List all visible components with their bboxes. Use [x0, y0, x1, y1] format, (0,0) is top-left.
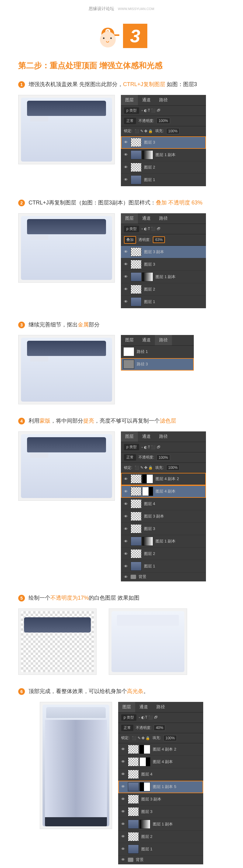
- step-1: 1 增强洗衣机顶盖效果 先抠图出此部分，CTRL+J复制图层 如图：图层3 图层…: [0, 80, 243, 198]
- watermark-text: 思缘设计论坛: [89, 6, 114, 11]
- layer-row[interactable]: 👁 图层 3: [121, 258, 206, 271]
- step-text: 增强洗衣机顶盖效果 先抠图出此部分，CTRL+J复制图层 如图：图层3: [29, 80, 197, 89]
- step-text: 利用蒙版，将中间部分提亮，亮度不够可以再复制一个滤色层: [29, 416, 176, 425]
- tab-channels[interactable]: 通道: [138, 335, 155, 345]
- layer-row[interactable]: 👁 图层 1: [121, 174, 206, 186]
- layer-row[interactable]: 👁图层 3 副本: [121, 510, 206, 523]
- step-4: 4 利用蒙版，将中间部分提亮，亮度不够可以再复制一个滤色层 图层 通道 路径 p…: [0, 416, 243, 594]
- mascot-icon: G: [96, 25, 120, 48]
- step-num-badge: 3: [18, 321, 25, 328]
- step-text: 绘制一个不透明度为17%的白色图层 效果如图: [29, 594, 139, 602]
- tab-channels[interactable]: 通道: [138, 431, 155, 442]
- blend-mode[interactable]: 正常: [124, 454, 136, 461]
- layer-row[interactable]: 👁图层 1: [121, 560, 206, 572]
- layer-row[interactable]: 👁图层 2: [121, 548, 206, 560]
- tab-layers[interactable]: 图层: [118, 702, 135, 712]
- tab-layers[interactable]: 图层: [121, 335, 138, 345]
- eye-icon: 👁: [123, 140, 128, 145]
- product-image-full: [40, 702, 112, 829]
- product-image: [18, 213, 115, 283]
- watermark: 思缘设计论坛 WWW.MISSYUAN.COM: [0, 0, 243, 18]
- layer-row[interactable]: 👁图层 2: [118, 831, 203, 843]
- layer-row[interactable]: 👁 图层 4 副本 2: [121, 473, 206, 485]
- product-image: [18, 95, 115, 164]
- layer-row[interactable]: 👁 图层 2: [121, 161, 206, 174]
- layer-row[interactable]: 👁 图层 3: [121, 136, 206, 149]
- product-image: [18, 335, 115, 404]
- blend-mode[interactable]: 正常: [121, 725, 133, 731]
- watermark-link: WWW.MISSYUAN.COM: [118, 7, 154, 11]
- step-num-badge: 2: [18, 199, 25, 206]
- tab-layers[interactable]: 图层: [121, 95, 138, 105]
- layers-panel: 图层 通道 路径 p 类型 ▫ ◐ T ⬛ 🗗 正常 不透明度: 100% 锁定…: [121, 431, 206, 581]
- opacity-input[interactable]: 100%: [157, 118, 170, 124]
- tab-layers[interactable]: 图层: [121, 213, 138, 224]
- eye-icon: 👁: [123, 287, 128, 292]
- layers-panel: 图层 通道 路径 p 类型 ▫ ◐ T ⬛ 🗗 正常 不透明度: 40% 锁定:…: [118, 702, 203, 864]
- path-row[interactable]: 路径 3: [121, 358, 194, 371]
- tab-channels[interactable]: 通道: [138, 213, 155, 224]
- layer-row[interactable]: 👁 图层 1 副本: [121, 149, 206, 161]
- layer-row[interactable]: 👁图层 1 副本: [118, 818, 203, 831]
- step-text: 继续完善细节，抠出金属部分: [29, 320, 100, 329]
- tab-paths[interactable]: 路径: [155, 335, 172, 345]
- layer-row[interactable]: 👁图层 3: [121, 523, 206, 535]
- step-badge: G 3: [0, 24, 243, 48]
- path-row[interactable]: 路径 1: [121, 346, 194, 358]
- step-text: 顶部完成，看整体效果，可以给机身加个高光条。: [29, 687, 149, 696]
- blend-mode[interactable]: 叠加: [124, 236, 136, 244]
- eye-icon: 👁: [123, 249, 128, 254]
- eye-icon: 👁: [123, 177, 128, 182]
- product-image-transparent: [18, 609, 97, 675]
- layer-row[interactable]: 👁图层 4: [118, 768, 203, 781]
- type-dropdown[interactable]: p 类型: [121, 714, 136, 721]
- layer-row[interactable]: 👁 图层 4 副本: [121, 485, 206, 498]
- tab-layers[interactable]: 图层: [121, 431, 138, 442]
- blend-mode[interactable]: 正常: [124, 118, 136, 124]
- eye-icon: 👁: [123, 152, 128, 157]
- layer-row[interactable]: 👁图层 1 副本 5: [118, 781, 203, 793]
- tab-paths[interactable]: 路径: [152, 702, 169, 712]
- paths-panel: 图层 通道 路径 路径 1 路径 3: [121, 335, 194, 371]
- eye-icon: 👁: [123, 262, 128, 267]
- tab-paths[interactable]: 路径: [155, 95, 172, 105]
- layer-row[interactable]: 👁图层 1 副本: [121, 535, 206, 548]
- tab-paths[interactable]: 路径: [155, 213, 172, 224]
- eye-icon: 👁: [123, 299, 128, 304]
- tab-channels[interactable]: 通道: [135, 702, 152, 712]
- type-dropdown[interactable]: p 类型: [124, 226, 139, 232]
- layer-row[interactable]: 👁图层 3: [118, 806, 203, 818]
- eye-icon: 👁: [123, 274, 128, 279]
- step-number: 3: [123, 24, 147, 48]
- step-6: 6 顶部完成，看整体效果，可以给机身加个高光条。 图层 通道 路径 p 类型 ▫…: [0, 687, 243, 868]
- step-5: 5 绘制一个不透明度为17%的白色图层 效果如图: [0, 594, 243, 687]
- step-num-badge: 5: [18, 595, 25, 601]
- layer-thumb: [131, 138, 142, 147]
- tab-channels[interactable]: 通道: [138, 95, 155, 105]
- folder-icon: [131, 575, 136, 579]
- step-2: 2 CTRL+J再复制图层（如图：图层3副本）图层样式：叠加 不透明度 63% …: [0, 198, 243, 320]
- layer-row[interactable]: 👁图层 3 副本: [118, 793, 203, 806]
- product-image: [18, 431, 115, 501]
- product-image-light: [109, 609, 187, 675]
- tab-paths[interactable]: 路径: [155, 431, 172, 442]
- layer-row[interactable]: 👁 图层 2: [121, 283, 206, 296]
- layer-row[interactable]: 👁背景: [118, 856, 203, 864]
- fill-input[interactable]: 100%: [166, 128, 180, 134]
- opacity-input[interactable]: 63%: [153, 237, 165, 243]
- layer-row[interactable]: 👁 图层 1 副本: [121, 271, 206, 283]
- step-num-badge: 6: [18, 688, 25, 695]
- step-3: 3 继续完善细节，抠出金属部分 图层 通道 路径 路径 1 路径 3: [0, 320, 243, 417]
- step-text: CTRL+J再复制图层（如图：图层3副本）图层样式：叠加 不透明度 63%: [29, 198, 203, 207]
- type-dropdown[interactable]: p 类型: [124, 107, 139, 114]
- eye-icon: 👁: [123, 165, 128, 170]
- type-dropdown[interactable]: p 类型: [124, 444, 139, 450]
- step-num-badge: 4: [18, 418, 25, 425]
- layer-row[interactable]: 👁图层 4 副本 2: [118, 743, 203, 756]
- layer-row[interactable]: 👁图层 4 副本: [118, 756, 203, 768]
- layer-row[interactable]: 👁 图层 1: [121, 296, 206, 308]
- layer-row[interactable]: 👁背景: [121, 572, 206, 581]
- layer-row[interactable]: 👁图层 1: [118, 843, 203, 856]
- layer-row[interactable]: 👁 图层 3 副本: [121, 246, 206, 258]
- layer-row[interactable]: 👁图层 4: [121, 498, 206, 510]
